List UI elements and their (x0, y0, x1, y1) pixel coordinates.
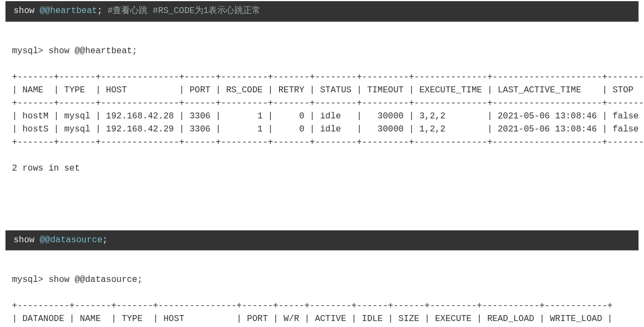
term-table: +----------+-------+-------+------------… (12, 301, 612, 327)
kw-semi: ; (97, 6, 103, 16)
command-datasource[interactable]: show @@datasource; (5, 230, 639, 251)
term-table: +-------+-------+---------------+------+… (12, 72, 644, 147)
term-prompt: mysql> show @@heartbeat; (12, 46, 137, 56)
terminal-datasource: mysql> show @@datasource; +----------+--… (5, 256, 639, 327)
kw-semi: ; (102, 235, 108, 245)
term-prompt: mysql> show @@datasource; (12, 275, 143, 285)
cmd-comment: #查看心跳 #RS_CODE为1表示心跳正常 (102, 6, 261, 16)
term-footer: 2 rows in set (12, 163, 80, 173)
kw-target: @@heartbeat (40, 6, 97, 16)
kw-show: show (14, 6, 34, 16)
terminal-heartbeat: mysql> show @@heartbeat; +-------+------… (5, 27, 639, 179)
command-heartbeat[interactable]: show @@heartbeat; #查看心跳 #RS_CODE为1表示心跳正常 (5, 1, 639, 22)
kw-show: show (14, 235, 34, 245)
kw-target: @@datasource (40, 235, 102, 245)
